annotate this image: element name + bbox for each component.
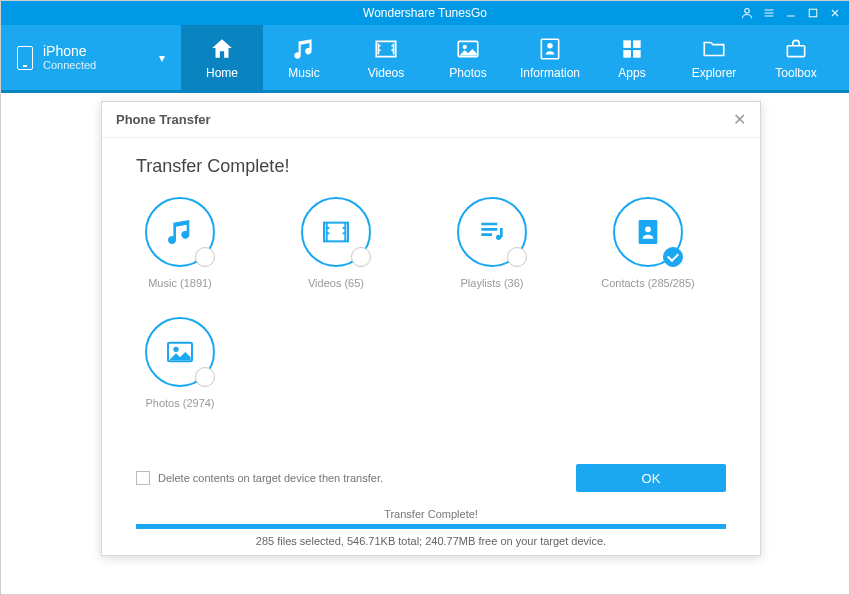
device-selector[interactable]: iPhone Connected ▾ [1,25,181,90]
status-badge [195,367,215,387]
nav-home-label: Home [206,66,238,80]
svg-rect-9 [633,50,641,58]
titlebar: Wondershare TunesGo [1,1,849,25]
home-icon [209,36,235,62]
apps-icon [619,36,645,62]
svg-rect-6 [623,40,631,48]
close-icon[interactable]: ✕ [733,110,746,129]
device-status: Connected [43,59,96,72]
close-window-icon[interactable] [829,7,841,19]
music-icon [164,216,196,248]
nav-music-label: Music [288,66,319,80]
playlist-icon [476,216,508,248]
nav-videos[interactable]: Videos [345,25,427,90]
item-photos-label: Photos (2974) [145,397,214,409]
maximize-icon[interactable] [807,7,819,19]
toolbox-icon [783,36,809,62]
window-controls [741,1,841,25]
video-icon [320,216,352,248]
svg-rect-10 [787,45,804,56]
nav-apps-label: Apps [618,66,645,80]
transfer-status: Transfer Complete! [136,504,726,524]
transfer-summary: 285 files selected, 546.71KB total; 240.… [136,529,726,555]
photos-icon [455,36,481,62]
dialog-title: Phone Transfer [116,112,211,127]
delete-option-label: Delete contents on target device then tr… [158,472,383,484]
nav-explorer-label: Explorer [692,66,737,80]
svg-rect-4 [541,39,558,59]
status-badge-check [663,247,683,267]
dialog-header: Phone Transfer ✕ [102,102,760,138]
music-icon [291,36,317,62]
menu-icon[interactable] [763,7,775,19]
item-videos-label: Videos (65) [308,277,364,289]
item-music[interactable]: Music (1891) [136,197,224,289]
nav-information-label: Information [520,66,580,80]
nav-photos-label: Photos [449,66,486,80]
device-name: iPhone [43,43,96,60]
item-photos[interactable]: Photos (2974) [136,317,224,409]
chevron-down-icon: ▾ [159,51,165,65]
dialog-heading: Transfer Complete! [136,156,726,177]
nav-explorer[interactable]: Explorer [673,25,755,90]
item-videos[interactable]: Videos (65) [292,197,380,289]
item-contacts[interactable]: Contacts (285/285) [604,197,692,289]
explorer-icon [701,36,727,62]
status-badge [195,247,215,267]
phone-icon [17,46,33,70]
top-nav: iPhone Connected ▾ Home Music Videos Pho… [1,25,849,93]
phone-transfer-dialog: Phone Transfer ✕ Transfer Complete! Musi… [101,101,761,556]
svg-point-3 [463,44,467,48]
nav-music[interactable]: Music [263,25,345,90]
delete-checkbox[interactable] [136,471,150,485]
item-contacts-label: Contacts (285/285) [601,277,695,289]
nav-apps[interactable]: Apps [591,25,673,90]
svg-point-16 [173,347,178,352]
ok-button[interactable]: OK [576,464,726,492]
dialog-footer: Delete contents on target device then tr… [102,456,760,555]
svg-point-5 [547,43,552,48]
video-icon [373,36,399,62]
photos-icon [164,336,196,368]
item-playlists[interactable]: Playlists (36) [448,197,536,289]
svg-point-14 [645,226,651,232]
user-icon[interactable] [741,7,753,19]
status-badge [507,247,527,267]
nav-home[interactable]: Home [181,25,263,90]
information-icon [537,36,563,62]
nav-photos[interactable]: Photos [427,25,509,90]
item-music-label: Music (1891) [148,277,212,289]
nav-toolbox-label: Toolbox [775,66,816,80]
svg-rect-7 [633,40,641,48]
svg-rect-8 [623,50,631,58]
transfer-items: Music (1891) Videos (65) Playlists (36) … [136,197,726,437]
item-playlists-label: Playlists (36) [461,277,524,289]
contacts-icon [632,216,664,248]
svg-rect-1 [809,9,817,17]
app-title: Wondershare TunesGo [363,6,487,20]
nav-toolbox[interactable]: Toolbox [755,25,837,90]
minimize-icon[interactable] [785,7,797,19]
svg-point-0 [745,9,750,14]
nav-information[interactable]: Information [509,25,591,90]
nav-videos-label: Videos [368,66,404,80]
status-badge [351,247,371,267]
